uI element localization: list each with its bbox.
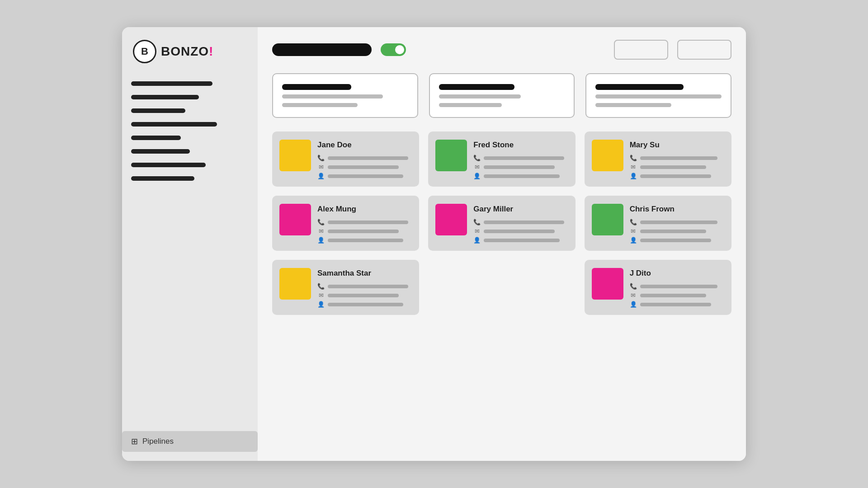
phone-line	[328, 221, 408, 224]
contact-info-chris-frown: Chris Frown 📞 ✉ 👤	[630, 204, 724, 244]
user-line	[328, 303, 403, 306]
contact-name-alex-mung: Alex Mung	[317, 205, 412, 214]
contact-name-gary-miller: Gary Miller	[473, 205, 568, 214]
nav-item-6[interactable]	[131, 149, 190, 154]
sidebar-item-pipelines[interactable]: ⊞ Pipelines	[122, 431, 258, 452]
summary-card-line-1b	[282, 103, 358, 107]
contact-email-row-jane-doe: ✉	[317, 164, 412, 170]
nav-item-3[interactable]	[131, 108, 185, 113]
contact-card-chris-frown[interactable]: Chris Frown 📞 ✉ 👤	[585, 196, 731, 251]
phone-icon: 📞	[473, 155, 481, 161]
avatar-samantha-star	[279, 268, 311, 300]
search-bar[interactable]	[272, 43, 372, 56]
email-line	[484, 165, 555, 169]
contact-info-samantha-star: Samantha Star 📞 ✉ 👤	[317, 268, 412, 308]
header	[272, 40, 731, 60]
avatar-jane-doe	[279, 140, 311, 171]
nav-item-8[interactable]	[131, 176, 194, 181]
user-line	[640, 303, 711, 306]
user-icon: 👤	[473, 237, 481, 244]
logo-name: BONZO!	[161, 44, 213, 59]
phone-icon: 📞	[630, 283, 637, 290]
pipelines-label: Pipelines	[142, 437, 174, 446]
phone-icon: 📞	[317, 155, 325, 161]
phone-line	[484, 221, 564, 224]
app-window: B BONZO! ⊞ Pipelines	[122, 27, 746, 461]
nav-item-1[interactable]	[131, 81, 212, 86]
user-icon: 👤	[317, 301, 325, 308]
email-line	[484, 230, 555, 233]
contact-name-fred-stone: Fred Stone	[473, 141, 568, 150]
phone-icon: 📞	[630, 219, 637, 225]
summary-card-line-3b	[595, 103, 671, 107]
summary-cards	[272, 73, 731, 118]
contact-info-j-dito: J Dito 📞 ✉ 👤	[630, 268, 724, 308]
contact-card-empty	[428, 260, 575, 315]
email-icon: ✉	[317, 292, 325, 299]
email-icon: ✉	[630, 292, 637, 299]
summary-card-3	[585, 73, 731, 118]
user-icon: 👤	[630, 301, 637, 308]
user-line	[328, 239, 403, 242]
avatar-alex-mung	[279, 204, 311, 235]
nav-item-4[interactable]	[131, 122, 217, 127]
contact-info-mary-su: Mary Su 📞 ✉ 👤	[630, 140, 724, 179]
phone-line	[640, 221, 718, 224]
summary-card-title-3	[595, 84, 684, 90]
user-icon: 👤	[317, 237, 325, 244]
email-icon: ✉	[630, 228, 637, 235]
summary-card-1	[272, 73, 418, 118]
contact-name-jane-doe: Jane Doe	[317, 141, 412, 150]
user-icon: 👤	[630, 173, 637, 179]
summary-card-line-2b	[439, 103, 502, 107]
contact-card-mary-su[interactable]: Mary Su 📞 ✉ 👤	[585, 131, 731, 187]
phone-line	[484, 156, 564, 160]
email-line	[328, 165, 399, 169]
contact-card-gary-miller[interactable]: Gary Miller 📞 ✉ 👤	[428, 196, 575, 251]
contact-info-gary-miller: Gary Miller 📞 ✉ 👤	[473, 204, 568, 244]
phone-icon: 📞	[473, 219, 481, 225]
nav-item-2[interactable]	[131, 95, 199, 99]
avatar-j-dito	[592, 268, 623, 300]
user-line	[484, 174, 559, 178]
toggle-switch[interactable]	[381, 43, 406, 56]
email-line	[328, 230, 399, 233]
user-icon: 👤	[317, 173, 325, 179]
email-line	[640, 165, 707, 169]
email-icon: ✉	[317, 228, 325, 235]
phone-icon: 📞	[317, 283, 325, 290]
contact-card-samantha-star[interactable]: Samantha Star 📞 ✉ 👤	[272, 260, 419, 315]
summary-card-title-2	[439, 84, 514, 90]
email-icon: ✉	[473, 228, 481, 235]
summary-card-title-1	[282, 84, 351, 90]
avatar-fred-stone	[435, 140, 467, 171]
header-button-1[interactable]	[614, 40, 668, 60]
logo-icon: B	[133, 40, 156, 63]
contact-name-samantha-star: Samantha Star	[317, 269, 412, 278]
phone-line	[328, 156, 408, 160]
phone-icon: 📞	[630, 155, 637, 161]
contact-card-alex-mung[interactable]: Alex Mung 📞 ✉ 👤	[272, 196, 419, 251]
nav-item-5[interactable]	[131, 136, 181, 140]
email-icon: ✉	[473, 164, 481, 170]
summary-card-line-1a	[282, 94, 383, 99]
avatar-gary-miller	[435, 204, 467, 235]
avatar-mary-su	[592, 140, 623, 171]
summary-card-line-2a	[439, 94, 521, 99]
summary-card-2	[429, 73, 575, 118]
contact-info-alex-mung: Alex Mung 📞 ✉ 👤	[317, 204, 412, 244]
contact-name-j-dito: J Dito	[630, 269, 724, 278]
nav-item-7[interactable]	[131, 163, 206, 167]
contact-phone-row-jane-doe: 📞	[317, 155, 412, 161]
summary-card-line-3a	[595, 94, 722, 99]
header-button-2[interactable]	[677, 40, 731, 60]
contact-card-jane-doe[interactable]: Jane Doe 📞 ✉ 👤	[272, 131, 419, 187]
sidebar: B BONZO! ⊞ Pipelines	[122, 27, 258, 461]
user-icon: 👤	[473, 173, 481, 179]
contact-card-j-dito[interactable]: J Dito 📞 ✉ 👤	[585, 260, 731, 315]
phone-line	[328, 285, 408, 288]
email-line	[328, 294, 399, 297]
user-line	[484, 239, 559, 242]
contact-card-fred-stone[interactable]: Fred Stone 📞 ✉ 👤	[428, 131, 575, 187]
avatar-chris-frown	[592, 204, 623, 235]
